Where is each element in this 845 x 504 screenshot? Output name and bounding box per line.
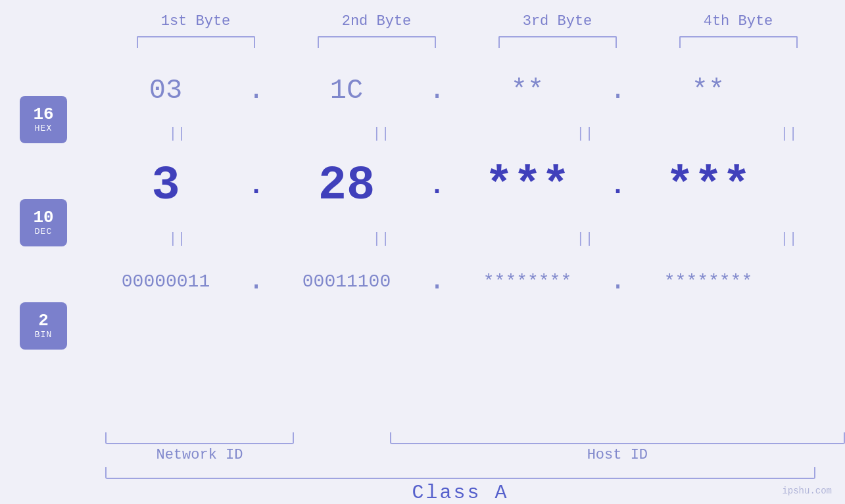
byte-header-4: 4th Byte: [648, 13, 829, 30]
hex-badge: 16 HEX: [20, 96, 67, 143]
hex-dot-2: .: [425, 75, 448, 106]
top-bracket-1: [137, 36, 255, 48]
network-id-label: Network ID: [105, 447, 294, 463]
hex-value-1: 03: [149, 75, 182, 106]
class-bracket-row: [105, 467, 845, 479]
byte-header-3: 3rd Byte: [467, 13, 648, 30]
hex-cell-4: **: [629, 75, 787, 106]
dec-data-row: 3 . 28 . *** . ***: [87, 147, 845, 225]
equals-row-2: || || || ||: [87, 225, 845, 252]
eq-cell-1: ||: [87, 126, 268, 142]
bracket-cell-1: [105, 36, 286, 48]
bin-cell-4: ********: [629, 271, 787, 292]
main-content-area: 16 HEX 10 DEC 2 BIN 03 .: [0, 61, 845, 430]
host-id-label: Host ID: [390, 447, 845, 463]
dec-cell-1: 3: [87, 159, 245, 213]
dec-value-3: ***: [485, 159, 570, 213]
dec-dot-2: .: [425, 172, 448, 201]
dec-badge: 10 DEC: [20, 199, 67, 246]
network-id-bracket: [105, 432, 294, 444]
dec-badge-number: 10: [33, 208, 53, 227]
badges-column: 16 HEX 10 DEC 2 BIN: [0, 61, 87, 430]
watermark: ipshu.com: [782, 486, 832, 496]
hex-value-3: **: [511, 75, 544, 106]
hex-dot-3: .: [606, 75, 629, 106]
byte-header-2: 2nd Byte: [286, 13, 467, 30]
hex-value-2: 1C: [330, 75, 363, 106]
class-a-label: Class A: [105, 482, 815, 504]
data-area: 03 . 1C . ** . **: [87, 61, 845, 430]
bin-cell-1: 00000011: [87, 271, 245, 292]
hex-cell-1: 03: [87, 75, 245, 106]
bin-dot-2: .: [425, 265, 448, 297]
bin-dot-3: .: [606, 265, 629, 297]
bottom-brackets-row: [105, 432, 845, 444]
bin-value-2: 00011100: [302, 271, 391, 292]
bracket-cell-2: [286, 36, 467, 48]
eq-cell-7: ||: [495, 231, 675, 247]
eq-cell-8: ||: [698, 231, 845, 247]
byte-headers-row: 1st Byte 2nd Byte 3rd Byte 4th Byte: [105, 13, 845, 30]
class-label-row: Class A: [105, 482, 845, 504]
dec-cell-3: ***: [448, 159, 606, 213]
bracket-cell-4: [648, 36, 829, 48]
dec-dot-3: .: [606, 172, 629, 201]
bin-value-1: 00000011: [122, 271, 210, 292]
bracket-gap: [294, 432, 390, 444]
eq-cell-3: ||: [495, 126, 675, 142]
bin-badge-label: BIN: [35, 330, 52, 340]
eq-cell-2: ||: [291, 126, 471, 142]
hex-badge-number: 16: [33, 105, 53, 124]
eq-cell-6: ||: [291, 231, 471, 247]
id-labels-row: Network ID Host ID: [105, 447, 845, 463]
dec-cell-2: 28: [268, 159, 425, 213]
byte-header-1: 1st Byte: [105, 13, 286, 30]
bin-value-4: ********: [664, 271, 752, 292]
hex-value-4: **: [692, 75, 725, 106]
top-bracket-3: [498, 36, 617, 48]
bin-data-row: 00000011 . 00011100 . ******** .: [87, 252, 845, 311]
hex-cell-3: **: [448, 75, 606, 106]
dec-badge-label: DEC: [35, 227, 52, 237]
hex-badge-label: HEX: [35, 124, 52, 133]
bin-cell-3: ********: [448, 271, 606, 292]
bin-cell-2: 00011100: [268, 271, 425, 292]
bracket-cell-3: [467, 36, 648, 48]
top-bracket-4: [679, 36, 798, 48]
dec-cell-4: ***: [629, 159, 787, 213]
hex-cell-2: 1C: [268, 75, 425, 106]
dec-dot-1: .: [245, 172, 268, 201]
hex-data-row: 03 . 1C . ** . **: [87, 61, 845, 120]
hex-dot-1: .: [245, 75, 268, 106]
top-bracket-2: [318, 36, 436, 48]
equals-row-1: || || || ||: [87, 120, 845, 147]
host-id-bracket: [390, 432, 845, 444]
dec-value-2: 28: [318, 159, 375, 213]
eq-cell-5: ||: [87, 231, 268, 247]
bin-dot-1: .: [245, 265, 268, 297]
main-container: 1st Byte 2nd Byte 3rd Byte 4th Byte 16 H…: [0, 0, 845, 504]
top-brackets: [105, 36, 845, 48]
dec-value-1: 3: [151, 159, 180, 213]
eq-cell-4: ||: [698, 126, 845, 142]
class-a-bracket: [105, 467, 815, 479]
bin-value-3: ********: [483, 271, 571, 292]
bin-badge-number: 2: [38, 311, 49, 331]
bin-badge: 2 BIN: [20, 302, 67, 350]
dec-value-4: ***: [665, 159, 751, 213]
